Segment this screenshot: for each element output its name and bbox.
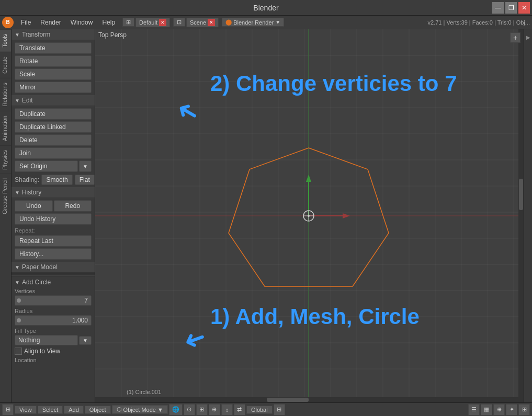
statusbar-render1[interactable]: ☰	[468, 404, 480, 415]
transform-label: Transform	[22, 31, 50, 38]
statusbar-global[interactable]: Global	[246, 406, 273, 414]
delete-button[interactable]: Delete	[15, 134, 92, 146]
horizontal-scrollbar[interactable]	[95, 397, 524, 402]
set-origin-dropdown[interactable]: ▼	[79, 160, 92, 172]
layout-x-btn[interactable]: ✕	[159, 19, 166, 26]
radius-dot	[17, 318, 21, 322]
add-circle-arrow: ▼	[15, 280, 20, 285]
repeat-last-button[interactable]: Repeat Last	[15, 235, 92, 247]
paper-model-arrow: ▼	[15, 264, 20, 270]
undo-history-button[interactable]: Undo History	[15, 213, 92, 225]
menu-file[interactable]: File	[17, 18, 35, 27]
menubar: B File Render Window Help ⊞ Default ✕ ⊡ …	[0, 16, 532, 29]
statusbar-transform2[interactable]: ⇄	[234, 404, 245, 415]
tab-relations[interactable]: Relations	[0, 78, 11, 111]
menu-render[interactable]: Render	[36, 18, 65, 27]
statusbar-grid[interactable]: ⊞	[274, 404, 285, 415]
right-tab-label[interactable]: ▶	[524, 32, 532, 42]
tab-tools[interactable]: Tools	[0, 29, 11, 52]
minimize-button[interactable]: —	[492, 2, 504, 14]
statusbar-view[interactable]: View	[15, 406, 37, 414]
statusbar-mode-label: Object Mode	[123, 407, 156, 413]
shading-label: Shading:	[15, 176, 39, 183]
history-header[interactable]: ▼ History	[12, 187, 95, 198]
vertical-scrollbar[interactable]	[518, 29, 524, 402]
scene-x-btn[interactable]: ✕	[208, 19, 215, 26]
flat-button[interactable]: Flat	[75, 175, 95, 185]
fill-type-dropdown[interactable]: ▼	[79, 336, 92, 345]
tab-grease-pencil[interactable]: Grease Pencil	[0, 174, 11, 218]
add-viewport-button[interactable]: +	[510, 32, 520, 43]
titlebar: Blender — ❐ ✕	[0, 0, 532, 16]
transform-header[interactable]: ▼ Transform	[12, 29, 95, 40]
transform-body: Translate Rotate Scale Mirror	[12, 40, 95, 95]
smooth-button[interactable]: Smooth	[41, 175, 72, 185]
history-button[interactable]: History...	[15, 248, 92, 260]
scene-icon-btn[interactable]: ⊡	[173, 18, 185, 27]
rotate-button[interactable]: Rotate	[15, 55, 92, 67]
statusbar-render4[interactable]: ✦	[506, 404, 517, 415]
history-arrow: ▼	[15, 190, 20, 195]
set-origin-row: Set Origin ▼	[15, 160, 92, 172]
history-label: History	[22, 189, 41, 196]
translate-button[interactable]: Translate	[15, 42, 92, 54]
statusbar-object[interactable]: Object	[85, 406, 111, 414]
scale-button[interactable]: Scale	[15, 68, 92, 80]
vertical-scroll-thumb[interactable]	[519, 179, 523, 210]
radius-label: Radius	[15, 308, 92, 314]
location-label: Location	[15, 357, 92, 363]
radius-row: 1.000	[15, 315, 92, 326]
mirror-button[interactable]: Mirror	[15, 82, 92, 93]
renderer-badge[interactable]: ⬤ Blender Render ▼	[222, 18, 284, 27]
set-origin-button[interactable]: Set Origin	[15, 160, 78, 172]
statusbar-icon[interactable]: ⊞	[2, 404, 14, 415]
duplicate-linked-button[interactable]: Duplicate Linked	[15, 121, 92, 133]
join-button[interactable]: Join	[15, 147, 92, 159]
statusbar-view-type[interactable]: 🌐	[169, 404, 183, 415]
app-logo: B	[2, 17, 14, 28]
statusbar-select[interactable]: Select	[38, 406, 63, 414]
close-button[interactable]: ✕	[518, 2, 530, 14]
scene-section: ⊡ Scene ✕	[173, 18, 219, 27]
horizontal-scroll-thumb[interactable]	[267, 398, 309, 402]
fill-type-select[interactable]: Nothing	[15, 335, 78, 345]
align-to-view-row: Align to View	[15, 348, 92, 355]
edit-arrow: ▼	[15, 98, 20, 103]
menu-help[interactable]: Help	[98, 18, 119, 27]
statusbar-snap[interactable]: ⊞	[196, 404, 208, 415]
edit-body: Duplicate Duplicate Linked Delete Join S…	[12, 106, 95, 187]
align-to-view-label: Align to View	[24, 348, 60, 355]
statusbar-transform1[interactable]: ↕	[221, 404, 233, 415]
svg-marker-35	[343, 213, 350, 218]
scene-badge[interactable]: Scene ✕	[186, 18, 219, 27]
layout-icon-btn[interactable]: ⊞	[122, 18, 134, 27]
duplicate-button[interactable]: Duplicate	[15, 108, 92, 120]
redo-button[interactable]: Redo	[54, 200, 92, 212]
viewport[interactable]: Top Persp	[95, 29, 524, 402]
menu-window[interactable]: Window	[66, 18, 97, 27]
radius-field[interactable]: 1.000	[15, 315, 92, 326]
paper-model-header[interactable]: ▼ Paper Model	[12, 262, 95, 273]
statusbar-render2[interactable]: ▦	[481, 404, 492, 415]
tab-animation[interactable]: Animation	[0, 111, 11, 145]
maximize-button[interactable]: ❐	[505, 2, 517, 14]
annotation-add-mesh: 1) Add, Mesh, Circle	[210, 304, 420, 329]
statusbar-render5[interactable]: ⊞	[518, 404, 530, 415]
add-circle-title[interactable]: ▼ Add Circle	[15, 279, 92, 286]
vertices-row: 7	[15, 295, 92, 306]
undo-button[interactable]: Undo	[15, 200, 53, 212]
statusbar-proportional[interactable]: ⊙	[184, 404, 195, 415]
statusbar-mode[interactable]: ⬡ Object Mode ▼	[112, 405, 168, 414]
layout-badge[interactable]: Default ✕	[135, 18, 170, 27]
transform-arrow: ▼	[15, 32, 20, 38]
edit-header[interactable]: ▼ Edit	[12, 95, 95, 106]
tab-create[interactable]: Create	[0, 52, 11, 78]
layout-section: ⊞ Default ✕	[122, 18, 170, 27]
statusbar-render3[interactable]: ⊕	[493, 404, 505, 415]
statusbar-add[interactable]: Add	[64, 406, 84, 414]
align-to-view-checkbox[interactable]	[15, 348, 22, 355]
vertices-field[interactable]: 7	[15, 295, 92, 306]
tab-physics[interactable]: Physics	[0, 145, 11, 174]
statusbar-pivot[interactable]: ⊕	[209, 404, 220, 415]
sidebar: ▼ Transform Translate Rotate Scale Mirro…	[12, 29, 95, 402]
